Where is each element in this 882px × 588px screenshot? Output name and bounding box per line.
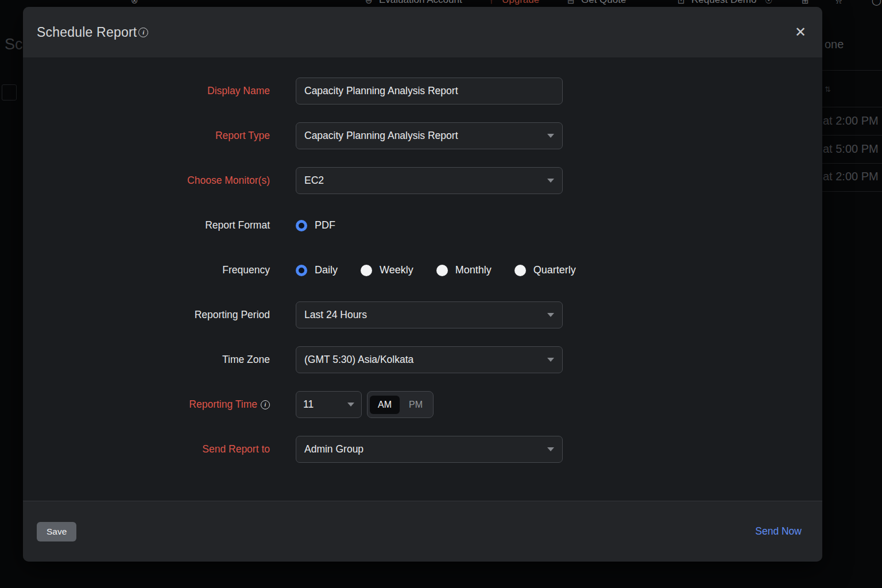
send-report-to-value: Admin Group: [304, 443, 363, 455]
frequency-label: Frequency: [23, 264, 270, 276]
background-column-header-fragment: one: [825, 38, 844, 51]
request-demo-icon: ⊡: [678, 0, 685, 6]
dialog-header: Schedule Report i ✕: [23, 7, 822, 57]
radio-weekly-label: Weekly: [380, 264, 413, 276]
reporting-time-info-icon[interactable]: i: [261, 400, 270, 409]
reporting-period-label: Reporting Period: [23, 309, 270, 321]
chevron-down-icon: [547, 358, 554, 362]
reporting-time-controls: 11 AM PM: [296, 391, 434, 418]
radio-weekly[interactable]: Weekly: [361, 264, 413, 276]
am-segment[interactable]: AM: [370, 396, 400, 414]
background-table-divider: [822, 70, 882, 71]
chevron-down-icon: [547, 134, 554, 138]
reporting-period-row: Reporting Period Last 24 Hours: [23, 301, 822, 328]
radio-unselected-icon: [514, 265, 526, 276]
pm-segment[interactable]: PM: [401, 396, 431, 414]
hour-select[interactable]: 11: [296, 391, 362, 418]
apps-grid-icon[interactable]: ⊞: [802, 0, 809, 6]
choose-monitors-select[interactable]: EC2: [296, 167, 563, 194]
radio-pdf-label: PDF: [315, 219, 335, 231]
reporting-period-select[interactable]: Last 24 Hours: [296, 301, 563, 328]
report-type-label: Report Type: [23, 130, 270, 142]
report-format-label: Report Format: [23, 219, 270, 231]
radio-daily-label: Daily: [315, 264, 338, 276]
choose-monitors-value: EC2: [304, 175, 324, 187]
radio-unselected-icon: [361, 265, 372, 276]
radio-pdf[interactable]: PDF: [296, 219, 335, 231]
reporting-time-row: Reporting Time i 11 AM PM: [23, 391, 822, 418]
title-info-icon[interactable]: i: [138, 28, 148, 37]
radio-quarterly-label: Quarterly: [533, 264, 576, 276]
sort-arrows-icon: ⇅: [825, 85, 831, 94]
am-pm-toggle: AM PM: [367, 391, 434, 418]
dialog-footer: Save Send Now: [23, 501, 822, 562]
display-name-label: Display Name: [23, 85, 270, 97]
time-zone-value: (GMT 5:30) Asia/Kolkata: [304, 354, 413, 366]
report-type-value: Capacity Planning Analysis Report: [304, 130, 458, 142]
radio-selected-icon: [296, 220, 307, 231]
get-quote-icon: ⊟: [567, 0, 575, 6]
report-format-options: PDF: [296, 219, 335, 231]
send-now-link[interactable]: Send Now: [755, 525, 802, 537]
report-format-row: Report Format PDF: [23, 212, 822, 239]
chevron-down-icon: [347, 403, 354, 407]
radio-monthly[interactable]: Monthly: [436, 264, 492, 276]
bell-icon[interactable]: ⍾: [836, 0, 842, 6]
radio-monthly-label: Monthly: [455, 264, 492, 276]
reporting-time-label-text: Reporting Time: [189, 399, 257, 411]
topbar-get-quote[interactable]: Get Quote: [581, 0, 626, 6]
time-zone-select[interactable]: (GMT 5:30) Asia/Kolkata: [296, 346, 563, 373]
send-report-to-label: Send Report to: [23, 443, 270, 455]
send-report-to-select[interactable]: Admin Group: [296, 436, 563, 463]
frequency-row: Frequency Daily Weekly Monthly Quarterly: [23, 257, 822, 284]
send-report-to-row: Send Report to Admin Group: [23, 436, 822, 463]
dialog-title: Schedule Report: [37, 25, 137, 40]
schedule-report-dialog: Schedule Report i ✕ Display Name Capacit…: [23, 7, 822, 562]
radio-unselected-icon: [436, 265, 448, 276]
report-type-select[interactable]: Capacity Planning Analysis Report: [296, 122, 563, 149]
close-icon[interactable]: ✕: [795, 25, 806, 39]
choose-monitors-label: Choose Monitor(s): [23, 175, 270, 187]
reporting-time-label: Reporting Time i: [23, 399, 270, 411]
background-table-divider: [822, 163, 882, 164]
upgrade-icon: ↑: [489, 0, 494, 5]
topbar-evaluation-account[interactable]: Evaluation Account: [379, 0, 462, 6]
chevron-down-icon: [547, 179, 554, 183]
chevron-down-icon: [547, 313, 554, 317]
background-table-cell: at 5:00 PM: [823, 142, 879, 156]
dialog-body: Display Name Capacity Planning Analysis …: [23, 57, 822, 463]
display-name-input[interactable]: Capacity Planning Analysis Report: [296, 78, 563, 105]
hour-value: 11: [303, 399, 314, 411]
topbar-request-demo[interactable]: Request Demo: [691, 0, 756, 6]
frequency-options: Daily Weekly Monthly Quarterly: [296, 264, 576, 276]
background-table-cell: at 2:00 PM: [823, 114, 879, 127]
background-table-divider: [822, 191, 882, 192]
bulb-icon[interactable]: ☉: [765, 0, 772, 6]
reporting-period-value: Last 24 Hours: [304, 309, 367, 321]
time-zone-label: Time Zone: [23, 354, 270, 366]
radio-selected-icon: [296, 265, 307, 276]
time-zone-row: Time Zone (GMT 5:30) Asia/Kolkata: [23, 346, 822, 373]
report-type-row: Report Type Capacity Planning Analysis R…: [23, 122, 822, 149]
close-circle-icon: ⊗: [131, 0, 138, 6]
background-row-checkbox: [2, 84, 17, 100]
save-button[interactable]: Save: [37, 522, 76, 541]
background-table-cell: at 2:00 PM: [823, 170, 879, 183]
display-name-row: Display Name Capacity Planning Analysis …: [23, 78, 822, 105]
evaluation-account-icon: ⊖: [365, 0, 373, 6]
radio-quarterly[interactable]: Quarterly: [514, 264, 576, 276]
topbar-upgrade[interactable]: Upgrade: [502, 0, 539, 6]
choose-monitors-row: Choose Monitor(s) EC2: [23, 167, 822, 194]
background-table-divider: [822, 107, 882, 107]
radio-daily[interactable]: Daily: [296, 264, 338, 276]
chevron-down-icon: [547, 447, 554, 451]
help-icon[interactable]: ◯: [872, 0, 881, 6]
background-table-divider: [822, 135, 882, 136]
